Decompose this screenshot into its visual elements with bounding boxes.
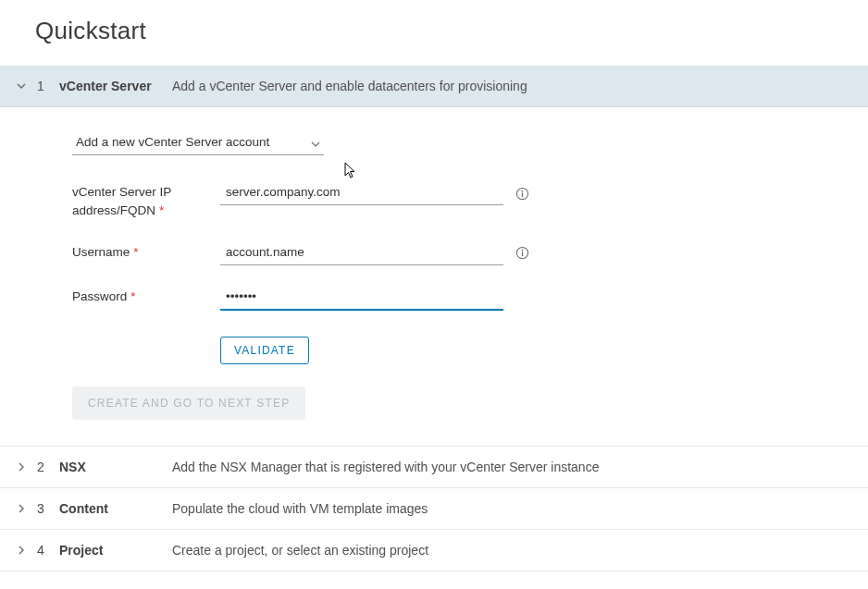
server-input[interactable] xyxy=(220,181,503,205)
username-label-text: Username xyxy=(72,245,130,259)
step-1-number: 1 xyxy=(37,79,52,93)
step-4: 4 Project Create a project, or select an… xyxy=(0,530,868,571)
server-label: vCenter Server IP address/FQDN* xyxy=(72,181,220,221)
step-4-header[interactable]: 4 Project Create a project, or select an… xyxy=(0,530,868,571)
chevron-down-icon xyxy=(15,80,28,92)
step-4-title: Project xyxy=(59,543,172,558)
step-1-title: vCenter Server xyxy=(59,79,172,93)
step-2: 2 NSX Add the NSX Manager that is regist… xyxy=(0,447,868,488)
create-row: Create and go to next step xyxy=(72,387,868,420)
step-1: 1 vCenter Server Add a vCenter Server an… xyxy=(0,66,868,447)
step-1-body: vCenter Server IP address/FQDN* Username… xyxy=(0,107,868,446)
password-label-text: Password xyxy=(72,289,127,303)
step-4-desc: Create a project, or select an existing … xyxy=(172,543,428,558)
step-2-title: NSX xyxy=(59,460,172,474)
validate-button[interactable]: Validate xyxy=(220,337,309,364)
chevron-right-icon xyxy=(15,544,28,557)
password-input[interactable] xyxy=(220,286,503,311)
username-input[interactable] xyxy=(220,241,503,265)
server-row: vCenter Server IP address/FQDN* xyxy=(72,181,868,221)
step-1-desc: Add a vCenter Server and enable datacent… xyxy=(172,79,527,93)
step-3-number: 3 xyxy=(37,501,52,516)
step-3-title: Content xyxy=(59,501,172,516)
account-select-wrap xyxy=(72,131,324,155)
info-icon[interactable] xyxy=(515,186,529,201)
username-label: Username* xyxy=(72,241,220,262)
password-label: Password* xyxy=(72,286,220,306)
svg-point-4 xyxy=(521,250,523,252)
server-label-text: vCenter Server IP address/FQDN xyxy=(72,185,171,217)
step-3: 3 Content Populate the cloud with VM tem… xyxy=(0,488,868,530)
chevron-right-icon xyxy=(15,460,28,473)
account-select[interactable] xyxy=(72,131,324,155)
step-2-desc: Add the NSX Manager that is registered w… xyxy=(172,460,599,474)
step-3-header[interactable]: 3 Content Populate the cloud with VM tem… xyxy=(0,488,868,529)
required-mark: * xyxy=(130,289,135,303)
svg-rect-2 xyxy=(521,192,522,197)
required-mark: * xyxy=(159,203,164,217)
info-icon[interactable] xyxy=(515,246,529,261)
chevron-right-icon xyxy=(15,502,28,515)
password-row: Password* xyxy=(72,286,868,311)
username-row: Username* xyxy=(72,241,868,265)
step-2-number: 2 xyxy=(37,460,52,474)
page-title: Quickstart xyxy=(0,0,868,66)
step-1-header[interactable]: 1 vCenter Server Add a vCenter Server an… xyxy=(0,66,868,107)
svg-point-1 xyxy=(521,190,523,191)
validate-row: Validate xyxy=(72,337,868,364)
step-3-desc: Populate the cloud with VM template imag… xyxy=(172,501,428,516)
step-4-number: 4 xyxy=(37,543,52,558)
svg-rect-5 xyxy=(521,252,522,256)
create-next-button: Create and go to next step xyxy=(72,387,305,420)
required-mark: * xyxy=(133,245,138,259)
step-2-header[interactable]: 2 NSX Add the NSX Manager that is regist… xyxy=(0,447,868,487)
